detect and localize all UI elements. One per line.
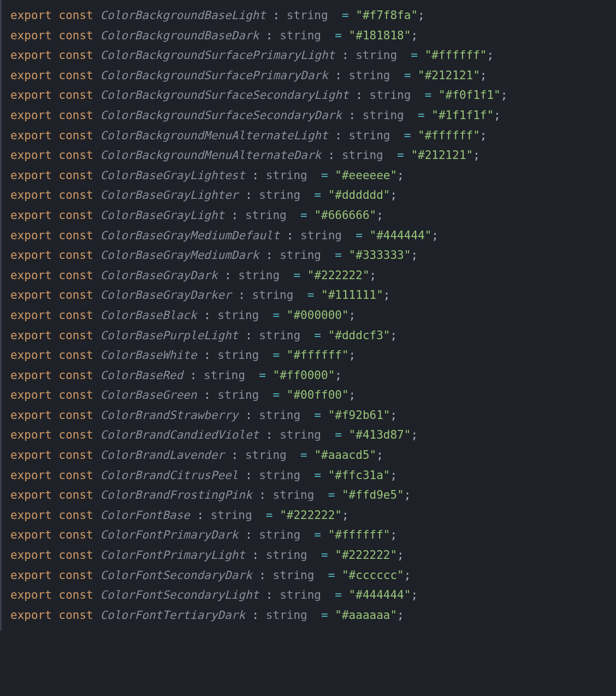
identifier: ColorBaseGreen <box>100 388 197 402</box>
code-line[interactable]: export const ColorBrandLavender : string… <box>10 445 616 465</box>
string-literal: "#000000" <box>287 309 349 322</box>
identifier: ColorBackgroundSurfaceSecondaryDark <box>100 109 342 122</box>
type-name: string <box>245 209 287 222</box>
keyword-export: export <box>10 428 52 441</box>
code-line[interactable]: export const ColorBackgroundMenuAlternat… <box>10 145 616 166</box>
code-line[interactable]: export const ColorBackgroundBaseDark : s… <box>10 26 616 46</box>
code-editor[interactable]: export const ColorBackgroundBaseLight : … <box>10 5 616 625</box>
type-name: string <box>273 488 314 502</box>
string-literal: "#111111" <box>321 288 383 302</box>
code-line[interactable]: export const ColorFontSecondaryDark : st… <box>10 565 616 586</box>
keyword-const: const <box>59 249 93 262</box>
code-line[interactable]: export const ColorBackgroundBaseLight : … <box>10 5 616 26</box>
code-line[interactable]: export const ColorBackgroundSurfaceSecon… <box>10 105 616 126</box>
keyword-const: const <box>59 169 93 182</box>
type-annotation-colon: : <box>328 69 349 82</box>
type-annotation-colon: : <box>342 109 363 122</box>
code-line[interactable]: export const ColorBrandFrostingPink : st… <box>10 485 616 505</box>
code-line[interactable]: export const ColorBrandCandiedViolet : s… <box>10 425 616 445</box>
equals-operator: = <box>293 269 300 282</box>
code-line[interactable]: export const ColorBrandCitrusPeel : stri… <box>10 465 616 486</box>
type-name: string <box>273 569 314 582</box>
equals-operator: = <box>397 149 404 162</box>
semicolon: ; <box>390 469 397 482</box>
code-line[interactable]: export const ColorFontSecondaryLight : s… <box>10 585 616 605</box>
code-line[interactable]: export const ColorBaseWhite : string = "… <box>10 345 616 365</box>
code-line[interactable]: export const ColorBaseGrayMediumDark : s… <box>10 245 616 266</box>
equals-operator: = <box>321 548 328 562</box>
code-line[interactable]: export const ColorBaseGreen : string = "… <box>10 385 616 405</box>
equals-operator: = <box>314 409 321 422</box>
type-annotation-colon: : <box>224 209 245 222</box>
keyword-export: export <box>10 609 52 622</box>
string-literal: "#413d87" <box>349 428 411 441</box>
keyword-const: const <box>59 129 93 142</box>
code-line[interactable]: export const ColorBaseRed : string = "#f… <box>10 365 616 386</box>
equals-operator: = <box>321 169 328 182</box>
semicolon: ; <box>480 129 487 142</box>
keyword-export: export <box>10 588 52 601</box>
identifier: ColorBrandStrawberry <box>100 409 238 422</box>
code-line[interactable]: export const ColorFontTertiaryDark : str… <box>10 605 616 626</box>
type-name: string <box>204 369 245 382</box>
type-annotation-colon: : <box>197 309 217 322</box>
string-literal: "#dddddd" <box>328 188 390 202</box>
type-name: string <box>259 528 300 541</box>
code-line[interactable]: export const ColorBaseGrayDark : string … <box>10 266 616 286</box>
equals-operator: = <box>307 288 315 302</box>
code-line[interactable]: export const ColorBaseGrayLightest : str… <box>10 166 616 186</box>
string-literal: "#181818" <box>349 29 411 42</box>
keyword-export: export <box>10 69 52 82</box>
code-line[interactable]: export const ColorBaseGrayLight : string… <box>10 205 616 226</box>
semicolon: ; <box>473 149 480 162</box>
string-literal: "#ffffff" <box>425 49 487 62</box>
keyword-export: export <box>10 89 52 102</box>
keyword-const: const <box>59 528 93 541</box>
string-literal: "#aaacd5" <box>314 449 376 462</box>
type-name: string <box>238 269 280 282</box>
type-name: string <box>369 89 411 102</box>
type-annotation-colon: : <box>335 49 356 62</box>
code-line[interactable]: export const ColorBaseGrayDarker : strin… <box>10 285 616 305</box>
keyword-const: const <box>59 428 93 441</box>
keyword-export: export <box>10 509 52 522</box>
type-name: string <box>211 509 252 522</box>
code-line[interactable]: export const ColorBackgroundSurfacePrima… <box>10 45 616 66</box>
semicolon: ; <box>404 569 411 582</box>
equals-operator: = <box>300 449 307 462</box>
identifier: ColorBaseGrayDark <box>100 269 217 282</box>
type-annotation-colon: : <box>349 89 370 102</box>
keyword-export: export <box>10 349 52 362</box>
type-annotation-colon: : <box>321 149 342 162</box>
keyword-const: const <box>59 9 93 22</box>
code-line[interactable]: export const ColorFontPrimaryLight : str… <box>10 545 616 565</box>
code-line[interactable]: export const ColorBrandStrawberry : stri… <box>10 405 616 426</box>
type-annotation-colon: : <box>197 388 217 402</box>
keyword-const: const <box>59 29 93 42</box>
keyword-const: const <box>59 69 93 82</box>
code-line[interactable]: export const ColorBaseGrayMediumDefault … <box>10 226 616 246</box>
code-line[interactable]: export const ColorFontPrimaryDark : stri… <box>10 525 616 545</box>
code-line[interactable]: export const ColorBasePurpleLight : stri… <box>10 326 616 346</box>
type-annotation-colon: : <box>183 369 204 382</box>
type-annotation-colon: : <box>259 249 280 262</box>
code-line[interactable]: export const ColorFontBase : string = "#… <box>10 505 616 526</box>
semicolon: ; <box>404 488 411 502</box>
keyword-export: export <box>10 548 52 562</box>
string-literal: "#f92b61" <box>328 409 390 422</box>
type-name: string <box>287 9 328 22</box>
code-line[interactable]: export const ColorBackgroundSurfacePrima… <box>10 66 616 86</box>
keyword-export: export <box>10 449 52 462</box>
code-line[interactable]: export const ColorBaseGrayLighter : stri… <box>10 185 616 205</box>
keyword-const: const <box>59 149 93 162</box>
string-literal: "#333333" <box>349 249 411 262</box>
code-line[interactable]: export const ColorBackgroundSurfaceSecon… <box>10 85 616 105</box>
string-literal: "#212121" <box>411 149 473 162</box>
equals-operator: = <box>273 349 280 362</box>
keyword-const: const <box>59 469 93 482</box>
keyword-const: const <box>59 588 93 601</box>
semicolon: ; <box>494 109 501 122</box>
code-line[interactable]: export const ColorBaseBlack : string = "… <box>10 305 616 326</box>
keyword-export: export <box>10 149 52 162</box>
code-line[interactable]: export const ColorBackgroundMenuAlternat… <box>10 126 616 146</box>
